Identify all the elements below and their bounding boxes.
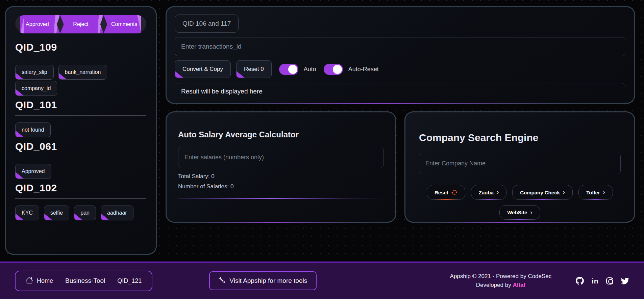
tag-salary-slip[interactable]: salary_slip [15, 65, 54, 80]
toggle-knob [333, 65, 342, 74]
total-salary-value: Total Salary: 0 [178, 173, 384, 180]
qid-range-label[interactable]: QID 106 and 117 [175, 15, 239, 33]
refresh-icon [451, 189, 457, 195]
twitter-icon[interactable] [621, 277, 629, 285]
visit-appship-button[interactable]: Visit Appship for more tools [209, 271, 317, 290]
auto-toggle[interactable] [279, 64, 298, 75]
result-text: Result will be displayed here [181, 88, 263, 95]
tab-reject[interactable]: Reject [64, 15, 98, 33]
tag-row: salary_slip bank_narration [15, 65, 146, 80]
developed-by-text: Developed by [476, 282, 511, 288]
tag-row: company_id [15, 81, 146, 96]
copyright-text: Appship © 2021 - Powered by CodeSec [450, 272, 552, 281]
nav-home-link[interactable]: Home [26, 276, 53, 286]
section-divider [15, 115, 146, 116]
glow-divider [178, 198, 384, 199]
company-buttons-row: Reset Zauba › Company Check › Tof [419, 185, 621, 200]
result-box: Result will be displayed here [175, 83, 626, 105]
toggle-knob [288, 65, 297, 74]
wrench-icon [219, 277, 225, 285]
tag-row: not found [15, 123, 146, 137]
company-check-button[interactable]: Company Check › [512, 185, 573, 200]
instagram-icon[interactable] [606, 277, 613, 284]
tab-separator [98, 15, 107, 33]
section-divider [15, 58, 146, 58]
tag-row: KYC selfie pan aadhaar [15, 206, 146, 220]
tag-approved[interactable]: Approved [15, 164, 51, 179]
section-title-qid-061: QID_061 [15, 141, 146, 152]
company-search-title: Company Search Engine [419, 132, 621, 143]
salary-calculator-title: Auto Salary Average Calculator [178, 130, 384, 139]
nav-home-label: Home [37, 277, 53, 284]
section-title-qid-101: QID_101 [15, 99, 146, 111]
tag-bank-narration[interactable]: bank_narration [58, 65, 107, 80]
converter-controls: Convert & Copy Reset 0 Auto Auto-Reset [175, 60, 626, 78]
website-button[interactable]: WebSite › [499, 205, 540, 220]
transaction-converter-panel: QID 106 and 117 Convert & Copy Reset 0 A… [166, 6, 635, 104]
zauba-label: Zauba [479, 190, 494, 195]
footer-credit: Appship © 2021 - Powered by CodeSec Deve… [450, 272, 552, 290]
zauba-button[interactable]: Zauba › [471, 185, 507, 200]
convert-copy-button[interactable]: Convert & Copy [175, 60, 231, 78]
company-name-input[interactable] [419, 153, 621, 174]
tab-comments[interactable]: Comments [107, 15, 141, 33]
transactions-id-input[interactable] [175, 37, 626, 56]
tag-kyc[interactable]: KYC [15, 206, 39, 220]
visit-appship-label: Visit Appship for more tools [229, 277, 307, 284]
salary-calculator-panel: Auto Salary Average Calculator Total Sal… [166, 111, 396, 223]
tag-pan[interactable]: pan [74, 206, 96, 220]
company-buttons-row-2: WebSite › [419, 205, 621, 220]
tabbar-endcap [141, 15, 146, 33]
tab-reject-label: Reject [73, 21, 88, 27]
tofler-button[interactable]: Tofler › [578, 185, 613, 200]
salary-count-value: Number of Salaries: 0 [178, 183, 384, 190]
github-icon[interactable] [576, 277, 584, 285]
company-reset-button[interactable]: Reset [427, 185, 465, 200]
main-area: Approved Reject Comments QID_109 salary_… [0, 0, 644, 262]
company-reset-label: Reset [435, 190, 448, 195]
tools-row: Auto Salary Average Calculator Total Sal… [166, 111, 635, 223]
auto-reset-toggle-label: Auto-Reset [348, 66, 379, 73]
qid-status-panel: Approved Reject Comments QID_109 salary_… [5, 6, 157, 255]
tofler-label: Tofler [586, 190, 600, 195]
home-icon [26, 276, 33, 286]
section-title-qid-102: QID_102 [15, 182, 146, 194]
reset-count-button[interactable]: Reset 0 [236, 60, 272, 78]
content-column: QID 106 and 117 Convert & Copy Reset 0 A… [166, 6, 635, 262]
tag-row: Approved [15, 164, 146, 179]
auto-toggle-label: Auto [304, 66, 316, 73]
website-label: WebSite [507, 210, 527, 215]
company-check-label: Company Check [520, 190, 560, 195]
footer-nav: Home Business-Tool QID_121 [15, 271, 152, 291]
company-search-panel: Company Search Engine Reset Zauba › Co [404, 111, 635, 223]
section-divider [15, 157, 146, 157]
tab-comments-label: Comments [111, 21, 137, 27]
section-title-qid-109: QID_109 [15, 42, 146, 53]
tab-approved-label: Approved [26, 21, 49, 27]
tag-not-found[interactable]: not found [15, 123, 51, 137]
salaries-input[interactable] [178, 147, 384, 168]
section-divider [15, 198, 146, 199]
linkedin-icon[interactable]: in [592, 277, 598, 284]
tag-selfie[interactable]: selfie [44, 206, 69, 220]
tag-aadhaar[interactable]: aadhaar [101, 206, 133, 220]
nav-qid-121-link[interactable]: QID_121 [117, 277, 142, 284]
footer: Home Business-Tool QID_121 Visit Appship… [0, 262, 644, 299]
status-tabbar: Approved Reject Comments [15, 15, 146, 33]
social-links: in [576, 277, 629, 285]
tab-separator [54, 15, 64, 33]
auto-reset-toggle[interactable] [324, 64, 343, 75]
nav-business-tool-link[interactable]: Business-Tool [65, 277, 105, 284]
tab-approved[interactable]: Approved [20, 15, 54, 33]
tabbar-endcap [15, 15, 20, 33]
tag-company-id[interactable]: company_id [15, 81, 57, 96]
developer-link[interactable]: Altaf [513, 282, 525, 288]
